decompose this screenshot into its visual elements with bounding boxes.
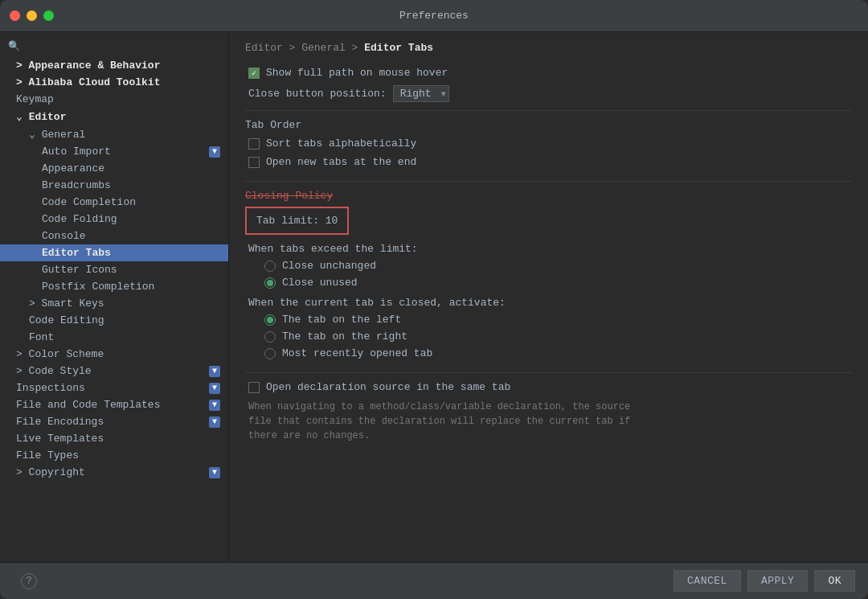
sidebar-item-file-encodings[interactable]: File Encodings ▼ xyxy=(0,413,228,430)
close-unused-row[interactable]: Close unused xyxy=(261,277,852,289)
closed-options: The tab on the left The tab on the right… xyxy=(245,314,852,359)
tab-order-section: Tab Order Sort tabs alphabetically Open … xyxy=(245,119,852,168)
code-style-badge: ▼ xyxy=(209,366,220,377)
sidebar-item-file-code-templates[interactable]: File and Code Templates ▼ xyxy=(0,396,228,413)
tab-left-row[interactable]: The tab on the left xyxy=(261,314,852,326)
close-unused-radio[interactable] xyxy=(264,277,276,289)
tab-right-radio[interactable] xyxy=(264,331,276,343)
close-unchanged-row[interactable]: Close unchanged xyxy=(261,260,852,272)
open-declaration-row[interactable]: Open declaration source in the same tab xyxy=(245,381,852,393)
sidebar-item-code-style[interactable]: > Code Style ▼ xyxy=(0,363,228,380)
window-controls xyxy=(10,10,54,21)
tab-left-label: The tab on the left xyxy=(282,314,401,326)
open-declaration-label: Open declaration source in the same tab xyxy=(266,381,510,393)
show-full-path-checkbox[interactable]: ✓ xyxy=(248,68,260,79)
tab-right-label: The tab on the right xyxy=(282,330,407,343)
sidebar-item-keymap[interactable]: Keymap xyxy=(0,91,228,108)
when-exceed-label: When tabs exceed the limit: xyxy=(248,243,418,255)
close-button-label: Close button position: xyxy=(248,88,387,100)
minimize-button[interactable] xyxy=(27,10,37,21)
open-new-tabs-checkbox[interactable] xyxy=(248,157,260,168)
footer: ? CANCEL APPLY OK xyxy=(0,562,868,599)
divider-3 xyxy=(245,372,852,373)
closing-policy-title: Closing Policy xyxy=(245,190,852,202)
exceed-options: Close unchanged Close unused xyxy=(245,260,852,289)
window-title: Preferences xyxy=(399,10,469,22)
sidebar-item-file-types[interactable]: File Types xyxy=(0,447,228,464)
maximize-button[interactable] xyxy=(43,10,54,21)
sidebar-item-font[interactable]: Font xyxy=(0,329,228,346)
close-button[interactable] xyxy=(10,10,20,21)
when-closed-label-row: When the current tab is closed, activate… xyxy=(248,297,852,309)
sidebar-item-code-completion[interactable]: Code Completion xyxy=(0,194,228,211)
sidebar-search[interactable]: 🔍 xyxy=(0,35,228,57)
close-unchanged-label: Close unchanged xyxy=(282,260,376,272)
sidebar-item-smart-keys[interactable]: > Smart Keys xyxy=(0,295,228,312)
footer-left: ? xyxy=(13,573,667,589)
sidebar-item-console[interactable]: Console xyxy=(0,228,228,244)
closing-policy-section: Closing Policy Tab limit: 10 When tabs e… xyxy=(245,190,852,359)
most-recently-row[interactable]: Most recently opened tab xyxy=(261,347,852,359)
tab-limit-box[interactable]: Tab limit: 10 xyxy=(245,207,349,235)
when-closed-label: When the current tab is closed, activate… xyxy=(248,297,506,309)
sidebar-item-appearance-behavior[interactable]: > Appearance & Behavior xyxy=(0,57,228,74)
sidebar-item-inspections[interactable]: Inspections ▼ xyxy=(0,380,228,396)
close-unused-label: Close unused xyxy=(282,277,358,289)
copyright-badge: ▼ xyxy=(209,467,220,478)
search-icon: 🔍 xyxy=(8,40,20,52)
sidebar-item-appearance[interactable]: Appearance xyxy=(0,160,228,177)
content-body: ✓ Show full path on mouse hover Close bu… xyxy=(229,60,868,562)
tab-limit-label: Tab limit: 10 xyxy=(256,215,338,227)
open-new-tabs-row[interactable]: Open new tabs at the end xyxy=(245,156,852,168)
inspections-badge: ▼ xyxy=(209,383,220,394)
sidebar-item-live-templates[interactable]: Live Templates xyxy=(0,430,228,447)
sidebar-item-general[interactable]: ⌄ General xyxy=(0,125,228,143)
tab-left-radio-dot xyxy=(267,317,273,323)
most-recently-radio[interactable] xyxy=(264,348,276,359)
apply-button[interactable]: APPLY xyxy=(747,570,809,592)
sidebar-item-code-editing[interactable]: Code Editing xyxy=(0,312,228,329)
sort-alphabetically-checkbox[interactable] xyxy=(248,138,260,150)
sidebar-item-breadcrumbs[interactable]: Breadcrumbs xyxy=(0,177,228,194)
open-new-tabs-label: Open new tabs at the end xyxy=(266,156,416,168)
sort-alphabetically-row[interactable]: Sort tabs alphabetically xyxy=(245,137,852,150)
show-full-path-row[interactable]: ✓ Show full path on mouse hover xyxy=(245,67,852,79)
tab-order-title: Tab Order xyxy=(245,119,852,131)
most-recently-label: Most recently opened tab xyxy=(282,347,432,359)
tab-left-radio[interactable] xyxy=(264,314,276,326)
main-container: 🔍 > Appearance & Behavior > Alibaba Clou… xyxy=(0,32,868,562)
sidebar-item-editor-tabs[interactable]: Editor Tabs xyxy=(0,244,228,261)
auto-import-badge: ▼ xyxy=(209,146,220,158)
sidebar-item-editor[interactable]: ⌄ Editor xyxy=(0,108,228,125)
help-button[interactable]: ? xyxy=(21,573,37,589)
sidebar: 🔍 > Appearance & Behavior > Alibaba Clou… xyxy=(0,32,229,562)
sidebar-item-color-scheme[interactable]: > Color Scheme xyxy=(0,346,228,363)
sidebar-item-gutter-icons[interactable]: Gutter Icons xyxy=(0,261,228,278)
sidebar-item-code-folding[interactable]: Code Folding xyxy=(0,211,228,228)
close-button-row: Close button position: Right Left ▼ xyxy=(245,85,852,102)
sidebar-item-copyright[interactable]: > Copyright ▼ xyxy=(0,464,228,481)
sidebar-item-postfix-completion[interactable]: Postfix Completion xyxy=(0,278,228,295)
file-encodings-badge: ▼ xyxy=(209,416,220,428)
cancel-button[interactable]: CANCEL xyxy=(674,570,741,592)
sidebar-item-auto-import[interactable]: Auto Import ▼ xyxy=(0,143,228,160)
close-button-dropdown-wrapper[interactable]: Right Left ▼ xyxy=(393,85,449,102)
open-declaration-checkbox[interactable] xyxy=(248,382,260,393)
close-button-dropdown[interactable]: Right Left xyxy=(393,85,449,102)
divider-1 xyxy=(245,110,852,111)
close-unchanged-radio[interactable] xyxy=(264,261,276,272)
close-unused-radio-dot xyxy=(267,280,273,286)
sort-alphabetically-label: Sort tabs alphabetically xyxy=(266,137,416,150)
divider-2 xyxy=(245,181,852,182)
show-full-path-label: Show full path on mouse hover xyxy=(266,67,448,79)
breadcrumb: Editor > General > Editor Tabs xyxy=(229,32,868,60)
open-declaration-section: Open declaration source in the same tab … xyxy=(245,381,852,443)
when-exceed-label-row: When tabs exceed the limit: xyxy=(245,243,852,255)
title-bar: Preferences xyxy=(0,0,868,32)
ok-button[interactable]: OK xyxy=(814,570,855,592)
open-declaration-helper: When navigating to a method/class/variab… xyxy=(245,400,852,443)
tab-right-row[interactable]: The tab on the right xyxy=(261,330,852,343)
sidebar-item-alibaba-cloud-toolkit[interactable]: > Alibaba Cloud Toolkit xyxy=(0,74,228,91)
content-area: Editor > General > Editor Tabs ✓ Show fu… xyxy=(229,32,868,562)
file-code-templates-badge: ▼ xyxy=(209,400,220,411)
